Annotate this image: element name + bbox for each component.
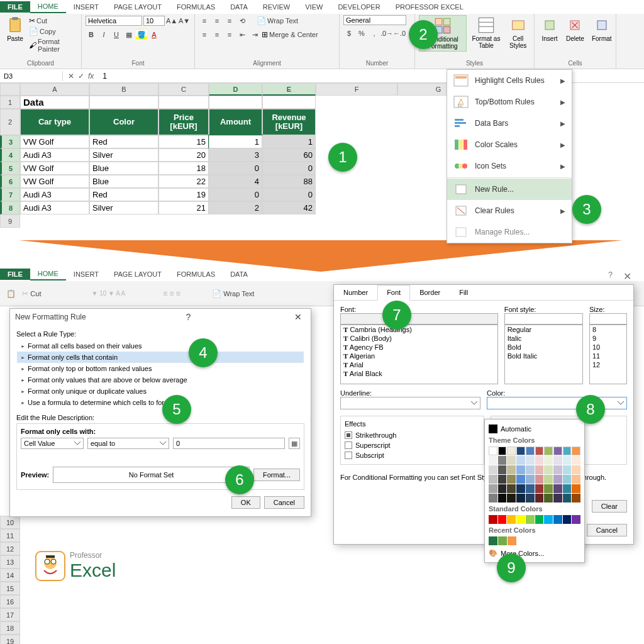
fx-icon[interactable]: fx (88, 72, 94, 80)
percent-icon[interactable]: % (356, 28, 367, 39)
header-amount[interactable]: Amount (209, 109, 262, 135)
range-picker-icon[interactable]: ▦ (289, 438, 300, 449)
cf-manage-rules[interactable]: Manage Rules... (447, 221, 572, 243)
table-cell[interactable]: 18 (158, 162, 209, 175)
font-size-select[interactable] (143, 16, 165, 26)
table-cell[interactable]: VW Golf (20, 162, 89, 175)
color-swatch[interactable] (489, 456, 497, 465)
color-swatch[interactable] (498, 536, 507, 545)
clear-button[interactable]: Clear (592, 500, 627, 513)
table-cell[interactable]: 60 (262, 148, 316, 162)
cell-styles-button[interactable]: Cell Styles (506, 15, 530, 50)
paste-button[interactable]: Paste (4, 15, 26, 43)
color-swatch[interactable] (516, 475, 525, 484)
bold-icon[interactable]: B (86, 29, 97, 40)
color-dropdown[interactable] (487, 397, 627, 409)
color-swatch[interactable] (553, 484, 562, 493)
cf-data-bars[interactable]: Data Bars▶ (447, 113, 572, 134)
font-list[interactable]: T Cambria (Headings)T Calibri (Body)T Ag… (340, 325, 498, 384)
color-swatch[interactable] (507, 494, 516, 502)
wrap-text-button[interactable]: Wrap Text (267, 17, 298, 25)
cf-icon-sets[interactable]: Icon Sets▶ (447, 155, 572, 177)
table-cell[interactable]: 2 (209, 201, 262, 214)
table-cell[interactable]: 42 (262, 201, 316, 214)
tab-formulas[interactable]: FORMULAS (169, 1, 223, 13)
color-swatch[interactable] (553, 456, 562, 465)
align-center-icon[interactable]: ≡ (211, 29, 223, 40)
color-swatch[interactable] (572, 475, 580, 484)
table-cell[interactable]: 0 (262, 162, 316, 175)
col-header-e[interactable]: E (262, 83, 316, 96)
color-swatch[interactable] (544, 515, 553, 524)
color-swatch[interactable] (489, 475, 497, 484)
decimal-dec-icon[interactable]: ←.0 (394, 28, 405, 39)
color-swatch[interactable] (544, 465, 553, 474)
rule-type-item[interactable]: Format only unique or duplicate values (17, 386, 304, 397)
color-swatch[interactable] (516, 494, 525, 502)
copy-button[interactable]: 📄Copy (29, 27, 56, 36)
format-button[interactable]: Format... (253, 469, 300, 481)
color-swatch[interactable] (526, 515, 535, 524)
table-cell[interactable]: Blue (89, 175, 158, 188)
delete-cells-button[interactable]: Delete (564, 15, 587, 43)
header-color[interactable]: Color (89, 109, 158, 135)
align-right-icon[interactable]: ≡ (224, 29, 235, 40)
table-cell[interactable]: Audi A3 (20, 188, 89, 201)
color-swatch[interactable] (544, 484, 553, 493)
fmt-tab-fill[interactable]: Fill (450, 285, 477, 300)
row-header-3[interactable]: 3 (0, 135, 20, 148)
color-swatch[interactable] (572, 447, 580, 455)
fmt-tab-number[interactable]: Number (334, 285, 377, 300)
indent-dec-icon[interactable]: ⇤ (236, 29, 248, 40)
table-cell[interactable]: 0 (262, 188, 316, 201)
close-icon[interactable]: ✕ (623, 270, 631, 282)
fill-color-icon[interactable]: 🪣 (136, 29, 147, 40)
table-cell[interactable]: 1 (209, 135, 262, 148)
tab-view[interactable]: VIEW (297, 1, 330, 13)
color-swatch[interactable] (563, 484, 572, 493)
color-swatch[interactable] (563, 456, 572, 465)
color-swatch[interactable] (489, 484, 497, 493)
value-input[interactable] (173, 438, 285, 449)
color-swatch[interactable] (508, 536, 516, 545)
font-name-select[interactable] (86, 16, 142, 26)
row-header-7[interactable]: 7 (0, 188, 20, 201)
color-swatch[interactable] (526, 475, 535, 484)
table-cell[interactable]: Silver (89, 148, 158, 162)
table-cell[interactable]: Audi A3 (20, 148, 89, 162)
tab-developer[interactable]: DEVELOPER (330, 1, 387, 13)
tab-professor-excel[interactable]: PROFESSOR EXCEL (388, 1, 471, 13)
table-cell[interactable]: 21 (158, 201, 209, 214)
table-cell[interactable]: 20 (158, 148, 209, 162)
cf-new-rule[interactable]: New Rule... (447, 179, 572, 200)
cf-clear-rules[interactable]: Clear Rules▶ (447, 200, 572, 221)
rule-type-item[interactable]: Use a formula to determine which cells t… (17, 397, 304, 408)
grow-font-icon[interactable]: A▲ (166, 15, 177, 26)
style-list[interactable]: RegularItalicBoldBold Italic (504, 325, 583, 384)
align-top-icon[interactable]: ≡ (199, 15, 210, 26)
fmt-tab-border[interactable]: Border (410, 285, 450, 300)
color-swatch[interactable] (507, 465, 516, 474)
tab-review[interactable]: REVIEW (255, 1, 297, 13)
color-swatch[interactable] (489, 515, 497, 524)
ok-button[interactable]: OK (231, 496, 260, 509)
color-swatch[interactable] (498, 475, 507, 484)
color-swatch[interactable] (544, 475, 553, 484)
number-format-select[interactable] (343, 15, 406, 25)
color-swatch[interactable] (544, 494, 553, 502)
cell-value-dropdown[interactable]: Cell Value (21, 438, 84, 449)
tab-page-layout[interactable]: PAGE LAYOUT (106, 1, 169, 13)
color-swatch[interactable] (498, 465, 507, 474)
italic-icon[interactable]: I (98, 29, 109, 40)
rule-type-item[interactable]: Format only values that are above or bel… (17, 374, 304, 386)
underline-icon[interactable]: U (111, 29, 122, 40)
color-swatch[interactable] (489, 465, 497, 474)
color-swatch[interactable] (563, 515, 572, 524)
header-car-type[interactable]: Car type (20, 109, 89, 135)
color-swatch[interactable] (498, 515, 507, 524)
row-header-5[interactable]: 5 (0, 162, 20, 175)
color-swatch[interactable] (516, 515, 525, 524)
color-swatch[interactable] (526, 494, 535, 502)
cancel-formula-icon[interactable]: ✕ (68, 72, 74, 80)
color-swatch[interactable] (526, 456, 535, 465)
